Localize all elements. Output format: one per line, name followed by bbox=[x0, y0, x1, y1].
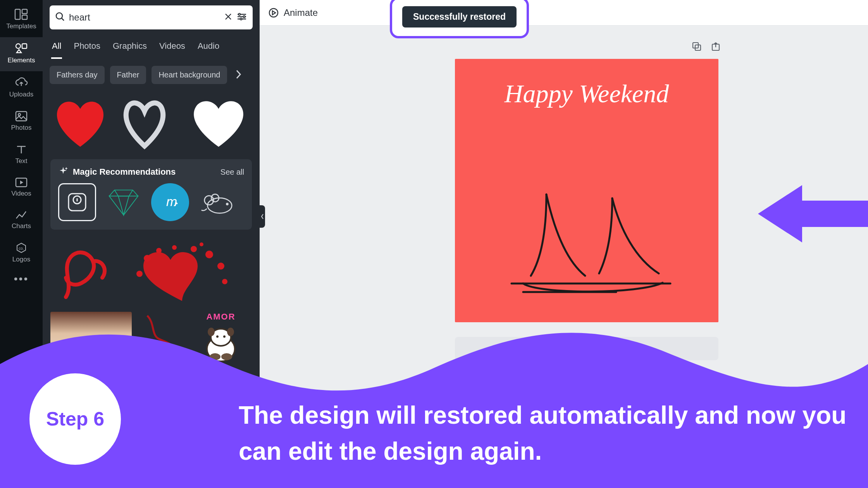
svg-rect-5 bbox=[16, 112, 27, 121]
elements-icon bbox=[14, 43, 28, 54]
rec-item-diamond[interactable] bbox=[105, 183, 143, 221]
svg-point-33 bbox=[208, 328, 215, 336]
design-canvas[interactable]: Happy Weekend bbox=[455, 59, 718, 322]
svg-point-22 bbox=[172, 245, 177, 250]
tab-photos[interactable]: Photos bbox=[73, 37, 101, 59]
svg-point-36 bbox=[221, 353, 232, 360]
rail-item-charts[interactable]: Charts bbox=[0, 204, 43, 237]
svg-rect-0 bbox=[15, 9, 20, 19]
rail-item-elements[interactable]: Elements bbox=[0, 37, 43, 71]
video-icon bbox=[15, 177, 28, 187]
chip[interactable]: Heart background bbox=[152, 66, 227, 84]
svg-point-9 bbox=[56, 13, 62, 19]
left-rail: Templates Elements Uploads Photos Text V… bbox=[0, 0, 43, 488]
svg-rect-4 bbox=[22, 44, 27, 48]
photo-icon bbox=[15, 111, 28, 122]
rail-label: Charts bbox=[0, 222, 43, 230]
chevron-right-icon[interactable] bbox=[232, 67, 244, 84]
element-heart-white[interactable] bbox=[188, 96, 246, 150]
rail-label: Uploads bbox=[0, 91, 43, 98]
svg-point-11 bbox=[243, 16, 245, 18]
elements-panel: All Photos Graphics Videos Audio Fathers… bbox=[43, 0, 260, 488]
templates-icon bbox=[14, 9, 28, 20]
rail-item-logos[interactable]: co. Logos bbox=[0, 237, 43, 270]
rail-item-text[interactable]: Text bbox=[0, 139, 43, 172]
rail-item-videos[interactable]: Videos bbox=[0, 172, 43, 204]
svg-point-28 bbox=[200, 242, 203, 246]
element-heart-red[interactable] bbox=[51, 96, 109, 150]
tab-audio[interactable]: Audio bbox=[197, 37, 220, 59]
animate-icon bbox=[268, 7, 279, 18]
magic-see-all-link[interactable]: See all bbox=[220, 168, 244, 177]
svg-point-19 bbox=[226, 203, 228, 205]
element-many-hearts[interactable] bbox=[124, 239, 240, 305]
logo-icon: co. bbox=[16, 242, 27, 253]
toast-restored: Successfully restored bbox=[402, 6, 517, 27]
rail-label: Text bbox=[0, 157, 43, 165]
rail-label: Elements bbox=[0, 57, 43, 64]
svg-point-23 bbox=[191, 246, 197, 252]
element-photo-woman[interactable] bbox=[50, 312, 132, 366]
cloud-upload-icon bbox=[15, 77, 28, 88]
svg-point-37 bbox=[269, 9, 278, 17]
annotation-arrow-icon bbox=[756, 183, 868, 245]
svg-point-3 bbox=[16, 44, 21, 48]
toast-text: Successfully restored bbox=[413, 12, 506, 22]
svg-point-20 bbox=[144, 255, 151, 262]
svg-text:co.: co. bbox=[19, 246, 24, 251]
export-page-icon[interactable] bbox=[711, 41, 721, 53]
editor-topbar: Animate bbox=[260, 0, 868, 26]
canvas-title-text[interactable]: Happy Weekend bbox=[455, 59, 718, 108]
result-tabs: All Photos Graphics Videos Audio bbox=[43, 33, 260, 59]
tab-all[interactable]: All bbox=[51, 37, 62, 59]
svg-point-6 bbox=[18, 113, 21, 116]
sailboat-graphic[interactable] bbox=[488, 187, 686, 303]
magic-recommendations: Magic Recommendations See all m bbox=[50, 159, 252, 230]
chip[interactable]: Fathers day bbox=[50, 66, 105, 84]
toast-highlight: Successfully restored bbox=[390, 0, 529, 38]
element-amor-sticker[interactable]: AMOR bbox=[194, 312, 248, 366]
search-bar bbox=[50, 5, 253, 29]
svg-point-25 bbox=[217, 263, 224, 270]
rec-item-mouse[interactable] bbox=[198, 183, 236, 221]
element-heart-outline[interactable] bbox=[119, 96, 177, 150]
rail-more-icon[interactable]: ••• bbox=[14, 273, 29, 285]
chip[interactable]: Father bbox=[110, 66, 146, 84]
svg-rect-2 bbox=[22, 15, 27, 19]
animate-label: Animate bbox=[284, 7, 318, 18]
magic-title: Magic Recommendations bbox=[73, 167, 176, 177]
rec-item-scale[interactable] bbox=[58, 183, 96, 221]
svg-point-34 bbox=[227, 328, 234, 336]
svg-point-27 bbox=[222, 279, 227, 284]
rail-item-photos[interactable]: Photos bbox=[0, 105, 43, 139]
duplicate-page-icon[interactable] bbox=[691, 41, 702, 53]
rec-item-badge[interactable]: m bbox=[151, 183, 189, 221]
tab-videos[interactable]: Videos bbox=[158, 37, 186, 59]
element-red-string[interactable] bbox=[140, 312, 186, 366]
svg-point-10 bbox=[239, 14, 241, 15]
tab-graphics[interactable]: Graphics bbox=[112, 37, 148, 59]
canvas-area: Animate Successfully restored Happy Week… bbox=[260, 0, 868, 488]
collapse-panel-icon[interactable] bbox=[260, 205, 265, 228]
svg-rect-1 bbox=[22, 9, 27, 14]
element-ribbon-heart[interactable] bbox=[50, 239, 116, 305]
svg-point-12 bbox=[240, 18, 242, 20]
elements-results: Magic Recommendations See all m bbox=[43, 89, 260, 488]
rail-item-templates[interactable]: Templates bbox=[0, 3, 43, 37]
add-page-label: + Add page bbox=[565, 344, 608, 354]
filter-sliders-icon[interactable] bbox=[236, 12, 247, 23]
svg-point-21 bbox=[156, 248, 162, 253]
svg-point-16 bbox=[207, 198, 232, 213]
add-page-button[interactable]: + Add page bbox=[455, 337, 718, 360]
rail-label: Videos bbox=[0, 190, 43, 198]
search-input[interactable] bbox=[69, 12, 220, 23]
page-tools bbox=[691, 41, 721, 53]
clear-icon[interactable] bbox=[224, 12, 232, 22]
suggestion-chips: Fathers day Father Heart background bbox=[43, 59, 260, 89]
rail-label: Logos bbox=[0, 256, 43, 263]
sparkle-icon bbox=[58, 166, 68, 178]
svg-point-24 bbox=[205, 251, 213, 258]
svg-point-32 bbox=[223, 335, 226, 338]
rail-item-uploads[interactable]: Uploads bbox=[0, 71, 43, 105]
animate-button[interactable]: Animate bbox=[268, 7, 318, 18]
